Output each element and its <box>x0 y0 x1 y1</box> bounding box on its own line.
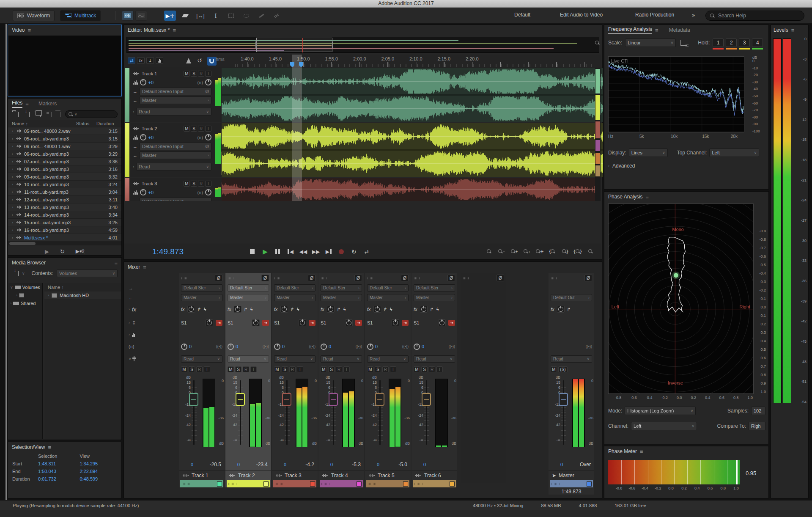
phase-invert-button[interactable]: Ø <box>497 275 504 281</box>
expand-chevron-icon[interactable]: › <box>12 182 13 187</box>
mixer-strip[interactable]: Ø Default Ster› Master› fx↱ϟ S1⇥ 0((•)) … <box>365 273 411 487</box>
file-list-item[interactable]: › 11-root...ub-yard.mp3 3:04 <box>8 188 121 196</box>
record-arm-button[interactable]: R <box>429 366 435 372</box>
fx-prefader-icon[interactable]: ↱ <box>430 307 434 312</box>
send-slot-label[interactable]: S1 <box>414 320 419 325</box>
search-help-input[interactable]: Search Help <box>705 11 804 21</box>
strip-input-dropdown[interactable]: Default Ster› <box>181 284 222 292</box>
fx-freeze-icon[interactable]: ϟ <box>250 307 253 312</box>
time-selection-tool[interactable]: I <box>210 11 222 21</box>
overview-zoom-out-icon[interactable] <box>595 41 600 45</box>
track-name[interactable]: Track 1 <box>142 71 157 76</box>
media-browser-menu-icon[interactable]: ≡ <box>114 260 118 266</box>
view-value[interactable]: 2:22.894 <box>80 469 117 474</box>
strip-automation-dropdown[interactable]: Read∨ <box>181 355 222 363</box>
strip-drag-handle[interactable] <box>367 275 373 280</box>
strip-automation-dropdown[interactable]: Read∨ <box>321 355 362 363</box>
fader-value[interactable]: 0 <box>191 462 193 467</box>
send-power-button[interactable] <box>392 319 399 326</box>
media-list-header[interactable]: Name ↑ <box>44 283 121 292</box>
strip-drag-handle[interactable] <box>414 275 420 280</box>
track-name[interactable]: Track 3 <box>142 181 157 186</box>
fader-section-toggle[interactable]: ∨ <box>129 357 132 361</box>
strip-color-chip[interactable] <box>357 481 362 487</box>
strip-color-bar[interactable] <box>550 480 593 487</box>
pan-knob[interactable] <box>228 344 234 350</box>
file-list-item[interactable]: › 08-root...ub-yard.mp3 3:16 <box>8 165 121 173</box>
automation-expand-icon[interactable]: › <box>133 110 134 114</box>
volume-knob[interactable] <box>140 134 146 140</box>
strip-color-bar[interactable] <box>227 480 270 487</box>
tab-frequency-analysis[interactable]: Frequency Analysis <box>608 26 652 34</box>
track-fx-toggle[interactable]: fx <box>137 57 145 64</box>
pan-value[interactable]: 0 <box>422 344 424 349</box>
pause-button[interactable] <box>272 248 283 256</box>
solo-button[interactable]: S <box>282 366 288 372</box>
mute-button[interactable]: M <box>551 366 557 372</box>
workspace-radio-production[interactable]: Radio Production <box>625 12 684 18</box>
track-input-dropdown[interactable]: Default Stereo InputØ <box>140 143 211 150</box>
phase-invert-button[interactable]: Ø <box>215 275 222 281</box>
input-monitor-button[interactable]: I <box>297 366 303 372</box>
panel-edge-handle[interactable] <box>5 24 7 517</box>
loop-playback-button[interactable]: ↻ <box>60 248 65 255</box>
master-output-dropdown[interactable]: Default Out› <box>551 294 592 301</box>
fader-value[interactable]: 0 <box>330 462 333 467</box>
pan-value[interactable]: 0 <box>375 344 378 349</box>
fx-power-button[interactable] <box>327 306 335 313</box>
solo-button[interactable]: S <box>191 71 197 77</box>
expand-chevron-icon[interactable]: › <box>48 293 49 297</box>
fx-freeze-icon[interactable]: ϟ <box>297 307 299 312</box>
files-search-input[interactable]: ∨ <box>65 110 118 118</box>
strip-input-dropdown[interactable]: Default Ster› <box>414 284 455 292</box>
send-slot-label[interactable]: S1 <box>181 320 187 325</box>
move-to-start-button[interactable]: ◀ <box>285 248 296 256</box>
tab-files[interactable]: Files <box>12 100 22 108</box>
expand-chevron-icon[interactable]: › <box>12 205 13 209</box>
strip-automation-dropdown[interactable]: Read∨ <box>228 355 269 363</box>
volume-value[interactable]: +0 <box>148 190 154 195</box>
track-name[interactable]: Track 2 <box>142 126 157 131</box>
strip-drag-handle[interactable] <box>181 275 187 280</box>
mute-button[interactable]: M <box>321 366 327 372</box>
expand-chevron-icon[interactable]: › <box>12 129 13 133</box>
files-column-headers[interactable]: Name ↑ Status Duration <box>8 120 121 127</box>
strip-input-dropdown[interactable]: Default Ster› <box>228 284 269 292</box>
strip-automation-dropdown[interactable]: Read∨ <box>414 355 455 363</box>
hold-button[interactable]: 3 <box>739 38 750 50</box>
input-monitor-button[interactable]: I <box>205 71 211 77</box>
stop-button[interactable] <box>247 248 258 256</box>
volume-fader[interactable] <box>422 393 431 406</box>
metronome-icon[interactable] <box>186 58 191 63</box>
file-list-item[interactable]: › 10-root...ub-yard.mp3 3:24 <box>8 181 121 188</box>
pan-knob[interactable] <box>274 344 280 350</box>
file-list-item[interactable]: › 12-root...ub-yard.mp3 3:11 <box>8 196 121 204</box>
import-file-icon[interactable] <box>23 112 30 117</box>
mute-button[interactable]: M <box>367 366 373 372</box>
lasso-selection-tool[interactable] <box>240 11 252 21</box>
media-list-item[interactable]: › Macintosh HD <box>44 292 121 299</box>
frequency-analysis-menu-icon[interactable]: ≡ <box>655 27 658 33</box>
file-list-item[interactable]: › 09-root...ub-yard.mp3 3:32 <box>8 173 121 181</box>
tab-markers[interactable]: Markers <box>38 101 57 107</box>
pan-knob[interactable] <box>181 344 187 350</box>
expand-chevron-icon[interactable]: › <box>12 220 13 225</box>
mixer-strip[interactable]: Ø Default Ster› Master› fx↱ϟ S1⇥ 0((•)) … <box>272 273 318 487</box>
selection-value[interactable]: 1:48.311 <box>38 461 80 466</box>
strip-input-dropdown[interactable]: Default Ster› <box>274 284 315 292</box>
multitrack-view-button[interactable]: Multitrack <box>60 10 101 21</box>
open-file-icon[interactable] <box>12 112 19 117</box>
strip-drag-handle[interactable] <box>551 275 557 280</box>
strip-automation-dropdown[interactable]: Read∨ <box>367 355 409 363</box>
paintbrush-selection-tool[interactable] <box>255 11 267 21</box>
strip-output-dropdown[interactable]: Master› <box>321 294 362 301</box>
hold-button[interactable]: 4 <box>752 38 763 50</box>
pan-knob[interactable] <box>205 189 211 195</box>
fx-power-button[interactable] <box>373 306 381 313</box>
pan-knob[interactable] <box>367 344 373 350</box>
tree-item-volumes[interactable]: ∨Volumes <box>8 283 42 292</box>
strip-color-bar[interactable] <box>273 480 316 487</box>
file-list-item[interactable]: › 14-root...ub-yard.mp3 3:34 <box>8 211 121 219</box>
files-horizontal-scrollbar[interactable] <box>8 242 121 245</box>
editor-menu-icon[interactable]: ≡ <box>173 27 176 33</box>
